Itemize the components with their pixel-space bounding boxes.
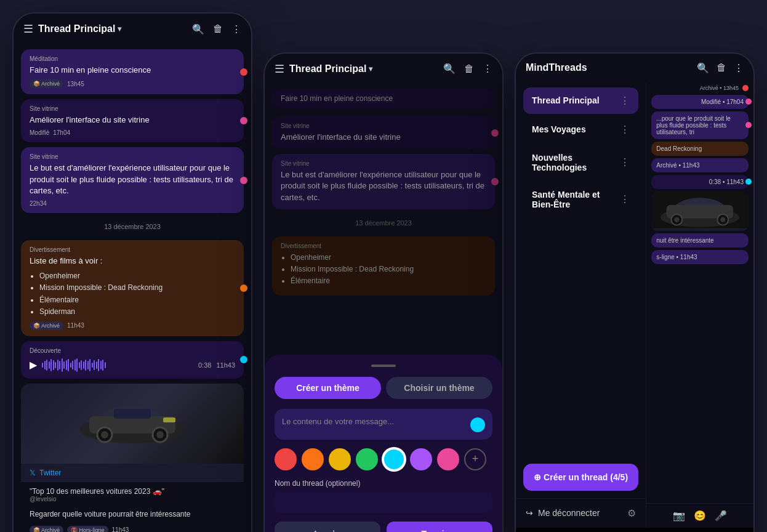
sidebar-bottom-icons: ⚙	[627, 507, 636, 519]
delete-icon[interactable]: 🗑	[717, 62, 726, 74]
dot-indicator	[240, 177, 247, 184]
msg-time: 13h45	[67, 81, 84, 87]
delete-icon[interactable]: 🗑	[213, 23, 223, 34]
msg-meta: 📦 Archivé 11h43	[30, 321, 235, 330]
msg-category: Site vitrine	[30, 105, 235, 112]
waveform	[42, 358, 193, 373]
thread-name: Mes Voyages	[532, 124, 586, 134]
right-top-strip: Archivé • 13h45	[646, 83, 753, 94]
right-car-svg	[651, 191, 749, 228]
list-item: Élémentaire	[39, 294, 235, 306]
dot-indicator	[240, 117, 247, 124]
dot-indicator	[491, 129, 499, 137]
confirm-button[interactable]: Terminer	[387, 522, 492, 532]
thread-item-sante[interactable]: Santé Mentale et Bien-Être ⋮	[523, 182, 638, 217]
msg-text: Améliorer l'interface du site vitrine	[281, 132, 486, 143]
thread-item-voyages[interactable]: Mes Voyages ⋮	[523, 116, 638, 143]
tab-choose-theme[interactable]: Choisir un thème	[386, 377, 492, 399]
tab-create-theme[interactable]: Créer un thème	[275, 377, 381, 399]
more-icon[interactable]: ⋮	[231, 23, 241, 35]
right-bottom-icons: 📷 😊 🎤	[646, 503, 753, 528]
color-green[interactable]	[356, 448, 378, 470]
search-icon[interactable]: 🔍	[697, 62, 709, 74]
tweet-text: "Top 10 des meilleures voitures 2023 🚗"	[30, 487, 235, 496]
msg-text: Améliorer l'interface du site vitrine	[30, 115, 235, 126]
more-icon[interactable]: ⋮	[734, 62, 744, 74]
chevron-down-icon[interactable]: ▾	[369, 65, 372, 73]
list-item: Élémentaire	[291, 275, 486, 287]
tag-archive: 📦 Archivé	[30, 321, 63, 330]
dot-indicator	[240, 284, 247, 292]
color-picker: +	[275, 448, 492, 470]
delete-icon[interactable]: 🗑	[464, 63, 474, 75]
msg-time: 11h43	[112, 526, 129, 532]
color-orange[interactable]	[302, 448, 324, 470]
msg-category: Divertissement	[281, 243, 486, 249]
list-item: Mission Impossible : Dead Reckoning	[291, 264, 486, 275]
theme-input-area: Le contenu de votre message...	[275, 409, 492, 440]
color-yellow[interactable]	[329, 448, 351, 470]
mindthreads-header: MindThreads 🔍 🗑 ⋮	[516, 54, 753, 83]
color-add-button[interactable]: +	[464, 448, 486, 470]
phone-3: MindThreads 🔍 🗑 ⋮ Thread Principal ⋮ Mes…	[515, 52, 755, 532]
right-strip-8: s-ligne • 11h43	[651, 250, 749, 264]
search-icon[interactable]: 🔍	[192, 23, 204, 35]
modal-handle	[371, 365, 396, 367]
more-icon[interactable]: ⋮	[483, 63, 492, 75]
svg-point-12	[675, 217, 680, 222]
svg-point-14	[721, 217, 726, 222]
msg-category: Site vitrine	[30, 153, 235, 160]
car-image	[21, 384, 244, 464]
msg-audio: Découverte ▶ 0:38 11h43	[21, 341, 244, 379]
dot-pink	[745, 122, 752, 128]
logout-button[interactable]: ↪ Me déconnecter	[526, 508, 600, 518]
msg-text: Le but est d'améliorer l'expérience util…	[281, 169, 486, 203]
msg-site-vitrine-1: Site vitrine Améliorer l'interface du si…	[21, 99, 244, 142]
phone3-left-panel: Thread Principal ⋮ Mes Voyages ⋮ Nouvell…	[516, 83, 646, 528]
thread-more-icon[interactable]: ⋮	[620, 193, 630, 205]
thread-item-principal[interactable]: Thread Principal ⋮	[523, 87, 638, 114]
modal-action-buttons: Annuler Terminer	[275, 522, 492, 532]
thread-more-icon[interactable]: ⋮	[620, 95, 630, 107]
sidebar-bottom: ↪ Me déconnecter ⚙	[516, 498, 646, 528]
mindthreads-icons: 🔍 🗑 ⋮	[697, 62, 744, 74]
color-cyan[interactable]	[383, 448, 405, 470]
cancel-button[interactable]: Annuler	[275, 522, 380, 532]
date-divider: 13 décembre 2023	[272, 214, 495, 232]
emoji-icon[interactable]: 😊	[694, 510, 706, 522]
tag-archive: 📦 Archivé	[30, 526, 63, 532]
camera-icon[interactable]: 📷	[673, 510, 685, 522]
twitter-icon: 𝕏	[30, 469, 36, 477]
msg-preview-3: Divertissement Openheimer Mission Imposs…	[272, 236, 495, 296]
menu-icon[interactable]: ☰	[23, 22, 33, 36]
chevron-down-icon[interactable]: ▾	[118, 25, 121, 33]
play-icon[interactable]: ▶	[30, 359, 37, 371]
create-thread-button[interactable]: ⊕ Créer un thread (4/5)	[523, 464, 638, 491]
theme-input-placeholder[interactable]: Le contenu de votre message...	[282, 416, 465, 427]
msg-text: Le but est d'améliorer l'expérience util…	[30, 163, 235, 196]
thread-more-icon[interactable]: ⋮	[620, 124, 630, 135]
thread-item-tech[interactable]: Nouvelles Technologies ⋮	[523, 145, 638, 180]
msg-preview-top: Faire 10 min en pleine conscience	[272, 89, 495, 108]
twitter-source: Twitter	[39, 469, 61, 477]
thread-name-input[interactable]	[275, 491, 492, 513]
twitter-link[interactable]: 𝕏 Twitter	[21, 464, 244, 482]
thread-name-label: Nom du thread (optionnel)	[275, 479, 492, 488]
mic-icon[interactable]: 🎤	[715, 510, 727, 522]
thread-list: Thread Principal ⋮ Mes Voyages ⋮ Nouvell…	[516, 83, 646, 222]
dot-indicator	[240, 68, 247, 76]
theme-toggle[interactable]	[470, 417, 485, 432]
thread-more-icon[interactable]: ⋮	[620, 156, 630, 168]
color-purple[interactable]	[410, 448, 432, 470]
settings-icon[interactable]: ⚙	[627, 507, 636, 519]
msg-preview-1: Site vitrine Améliorer l'interface du si…	[272, 116, 495, 149]
thread-name: Santé Mentale et Bien-Être	[532, 190, 620, 209]
thread-name: Thread Principal	[532, 95, 600, 105]
menu-icon[interactable]: ☰	[275, 62, 284, 76]
color-pink[interactable]	[437, 448, 459, 470]
msg-car: 𝕏 Twitter "Top 10 des meilleures voiture…	[21, 384, 244, 532]
phone-1: ☰ Thread Principal ▾ 🔍 🗑 ⋮ Méditation Fa…	[12, 12, 252, 532]
search-icon[interactable]: 🔍	[443, 63, 456, 75]
right-strip-2: Modifié • 17h04	[651, 95, 749, 109]
color-red[interactable]	[275, 448, 297, 470]
